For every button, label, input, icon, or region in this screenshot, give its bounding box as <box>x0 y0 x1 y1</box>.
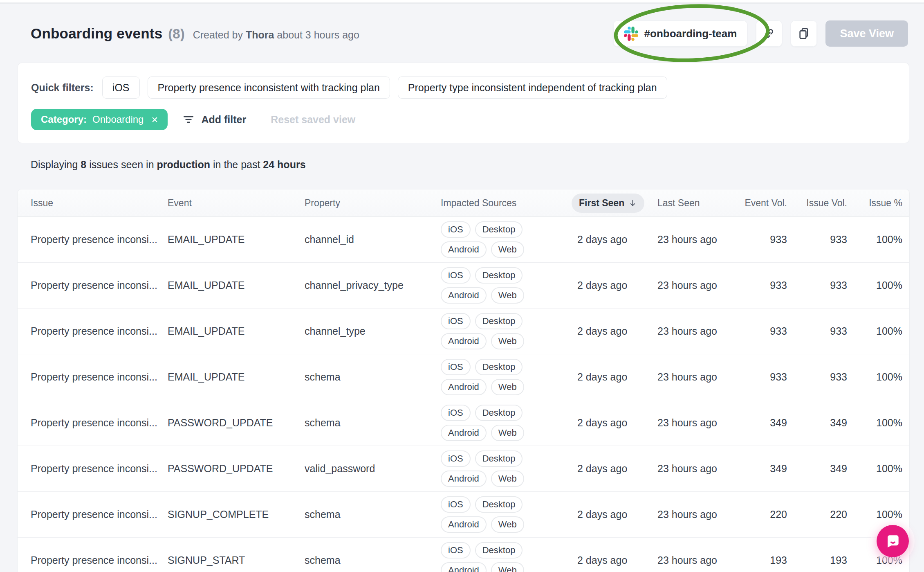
table-row[interactable]: Property presence inconsi... EMAIL_UPDAT… <box>18 354 909 400</box>
issue-count-badge: (8) <box>168 26 184 42</box>
event-vol-cell: 933 <box>743 279 787 291</box>
table-row[interactable]: Property presence inconsi... EMAIL_UPDAT… <box>18 263 909 309</box>
reset-saved-view-button[interactable]: Reset saved view <box>271 114 355 126</box>
add-filter-label: Add filter <box>201 114 246 126</box>
col-header-property[interactable]: Property <box>305 198 441 209</box>
last-seen-cell: 23 hours ago <box>652 509 743 520</box>
table-row[interactable]: Property presence inconsi... PASSWORD_UP… <box>18 446 909 492</box>
col-header-impacted-sources[interactable]: Impacted Sources <box>441 198 572 209</box>
source-pill: Desktop <box>475 221 523 238</box>
issue-cell: Property presence inconsi... <box>31 325 168 337</box>
source-pill: Web <box>491 333 524 349</box>
chat-launcher-button[interactable] <box>877 525 909 557</box>
col-header-issue-pct[interactable]: Issue % <box>847 198 902 209</box>
source-pill: Android <box>441 425 487 441</box>
summary-range: 24 hours <box>263 159 305 170</box>
property-cell: channel_type <box>305 325 441 337</box>
chip-value: Onboarding <box>92 114 144 125</box>
issue-vol-cell: 220 <box>787 509 847 520</box>
issue-vol-cell: 933 <box>787 325 847 337</box>
table-header: Issue Event Property Impacted Sources Fi… <box>18 189 909 217</box>
slack-channel-button[interactable]: #onboarding-team <box>613 20 748 47</box>
issue-vol-cell: 349 <box>787 417 847 429</box>
quick-filter-ios[interactable]: iOS <box>102 77 140 99</box>
first-seen-label: First Seen <box>579 198 624 209</box>
header-actions: #onboarding-team Save View <box>613 20 908 47</box>
col-header-event-vol[interactable]: Event Vol. <box>743 198 787 209</box>
chat-bubble-icon <box>885 533 901 549</box>
issues-table: Issue Event Property Impacted Sources Fi… <box>18 189 909 572</box>
source-pill: Web <box>491 241 524 258</box>
table-row[interactable]: Property presence inconsi... SIGNUP_COMP… <box>18 492 909 538</box>
issue-vol-cell: 933 <box>787 371 847 383</box>
source-pill: Web <box>491 425 524 441</box>
sources-cell: iOSDesktopAndroidWeb <box>441 542 572 572</box>
source-pill: Android <box>441 471 487 487</box>
event-vol-cell: 933 <box>743 371 787 383</box>
issue-pct-cell: 100% <box>847 509 902 520</box>
source-pill: iOS <box>441 313 471 329</box>
col-header-first-seen[interactable]: First Seen <box>572 194 652 213</box>
issue-cell: Property presence inconsi... <box>31 234 168 245</box>
col-header-issue-vol[interactable]: Issue Vol. <box>787 198 847 209</box>
table-row[interactable]: Property presence inconsi... EMAIL_UPDAT… <box>18 309 909 354</box>
col-header-last-seen[interactable]: Last Seen <box>652 198 743 209</box>
quick-filters-label: Quick filters: <box>31 82 94 94</box>
property-cell: schema <box>305 509 441 520</box>
sources-cell: iOSDesktopAndroidWeb <box>441 267 572 304</box>
event-cell: SIGNUP_START <box>168 554 305 566</box>
col-header-issue[interactable]: Issue <box>31 198 168 209</box>
issue-cell: Property presence inconsi... <box>31 554 168 566</box>
first-seen-sort-pill[interactable]: First Seen <box>572 194 644 213</box>
byline-prefix: Created by <box>193 29 243 41</box>
col-header-event[interactable]: Event <box>168 198 305 209</box>
issue-vol-cell: 933 <box>787 234 847 245</box>
source-pill: Desktop <box>475 359 523 375</box>
issue-vol-cell: 349 <box>787 463 847 475</box>
byline-suffix: about 3 hours ago <box>277 29 359 41</box>
source-pill: Desktop <box>475 405 523 421</box>
table-row[interactable]: Property presence inconsi... PASSWORD_UP… <box>18 400 909 446</box>
first-seen-cell: 2 days ago <box>572 234 652 245</box>
source-pill: Desktop <box>475 313 523 329</box>
issue-pct-cell: 100% <box>847 371 902 383</box>
event-vol-cell: 349 <box>743 463 787 475</box>
sources-cell: iOSDesktopAndroidWeb <box>441 496 572 533</box>
duplicate-view-button[interactable] <box>791 20 817 47</box>
table-row[interactable]: Property presence inconsi... SIGNUP_STAR… <box>18 538 909 572</box>
issue-vol-cell: 933 <box>787 279 847 291</box>
issue-cell: Property presence inconsi... <box>31 417 168 429</box>
add-filter-button[interactable]: Add filter <box>182 113 246 126</box>
table-row[interactable]: Property presence inconsi... EMAIL_UPDAT… <box>18 217 909 263</box>
issue-pct-cell: 100% <box>847 325 902 337</box>
issue-cell: Property presence inconsi... <box>31 371 168 383</box>
quick-filter-type-inconsistent[interactable]: Property type inconsistent independent o… <box>398 77 667 99</box>
filter-card: Quick filters: iOS Property presence inc… <box>18 63 909 143</box>
last-seen-cell: 23 hours ago <box>652 234 743 245</box>
source-pill: iOS <box>441 267 471 284</box>
copy-link-button[interactable] <box>756 20 782 47</box>
category-filter-chip[interactable]: Category: Onboarding <box>31 109 168 130</box>
slack-channel-label: #onboarding-team <box>644 27 737 40</box>
save-view-button[interactable]: Save View <box>825 20 908 47</box>
page-title: Onboarding events <box>31 25 162 42</box>
source-pill: Desktop <box>475 267 523 284</box>
slack-icon <box>624 27 638 41</box>
sources-cell: iOSDesktopAndroidWeb <box>441 450 572 487</box>
issue-cell: Property presence inconsi... <box>31 509 168 520</box>
table-body: Property presence inconsi... EMAIL_UPDAT… <box>18 217 909 572</box>
issue-pct-cell: 100% <box>847 463 902 475</box>
event-cell: PASSWORD_UPDATE <box>168 417 305 429</box>
property-cell: channel_privacy_type <box>305 279 441 291</box>
event-vol-cell: 349 <box>743 417 787 429</box>
remove-filter-icon[interactable] <box>151 116 159 124</box>
quick-filter-presence-inconsistent[interactable]: Property presence inconsistent with trac… <box>148 77 390 99</box>
property-cell: schema <box>305 417 441 429</box>
last-seen-cell: 23 hours ago <box>652 279 743 291</box>
source-pill: iOS <box>441 450 471 467</box>
summary-mid1: issues seen in <box>89 159 154 170</box>
top-nav-edge <box>0 0 924 4</box>
issue-pct-cell: 100% <box>847 234 902 245</box>
source-pill: Web <box>491 471 524 487</box>
first-seen-cell: 2 days ago <box>572 509 652 520</box>
